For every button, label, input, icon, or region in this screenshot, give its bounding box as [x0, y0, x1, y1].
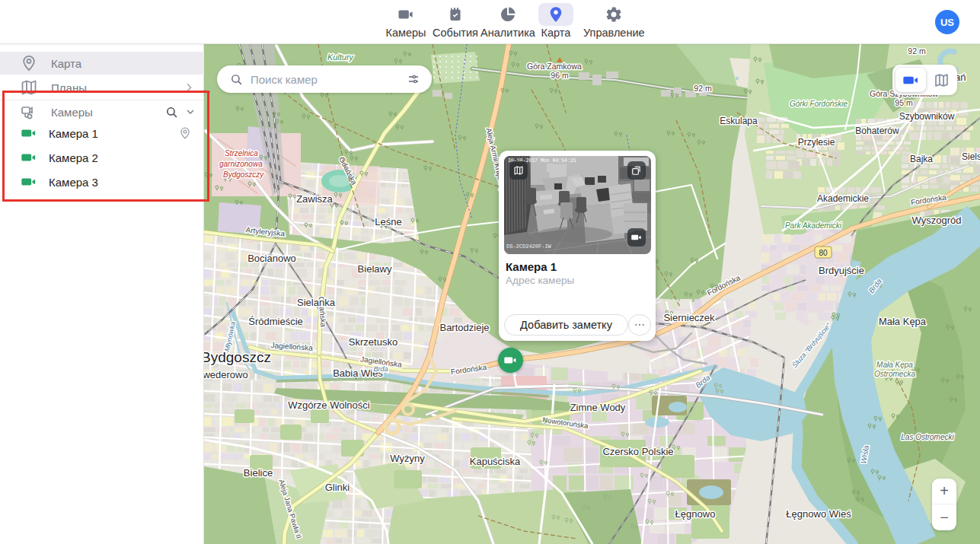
svg-text:Glinki: Glinki: [325, 482, 350, 493]
svg-text:Łęgnowo Wieś: Łęgnowo Wieś: [786, 508, 851, 520]
svg-text:Akademickie: Akademickie: [817, 193, 869, 204]
svg-text:garnizonowa: garnizonowa: [219, 160, 263, 168]
svg-text:Ostromecka: Ostromecka: [874, 370, 915, 378]
svg-text:95 m: 95 m: [895, 98, 913, 107]
svg-text:Mała Kępa: Mała Kępa: [876, 361, 913, 369]
svg-text:Brdyujście: Brdyujście: [819, 265, 864, 276]
svg-text:Sielanka: Sielanka: [297, 297, 336, 308]
svg-text:Bajka: Bajka: [910, 154, 933, 164]
svg-text:Zawisza: Zawisza: [296, 193, 333, 205]
svg-text:80: 80: [819, 249, 828, 257]
svg-text:Łęgnowo: Łęgnowo: [675, 508, 716, 520]
svg-text:Bydgoszczy: Bydgoszczy: [223, 170, 264, 179]
svg-text:Skrzetusko: Skrzetusko: [349, 336, 397, 348]
svg-text:Eskulapa: Eskulapa: [720, 116, 758, 126]
svg-text:Bydgoszcz: Bydgoszcz: [204, 349, 271, 365]
svg-text:Góra Zamkowa: Góra Zamkowa: [527, 62, 582, 71]
svg-text:Bohaterów: Bohaterów: [855, 126, 899, 136]
svg-text:DS-2CD2420F-IW: DS-2CD2420F-IW: [506, 243, 552, 250]
svg-text:92 m: 92 m: [694, 84, 712, 93]
svg-text:Brda: Brda: [373, 365, 388, 373]
svg-text:Siernieczek: Siernieczek: [663, 312, 715, 323]
svg-text:Bielice: Bielice: [244, 467, 273, 479]
svg-text:Śródmieście: Śródmieście: [248, 316, 303, 327]
svg-text:Strzelnica: Strzelnica: [225, 149, 258, 157]
svg-text:Czersko Polskie: Czersko Polskie: [602, 446, 673, 457]
svg-text:Zimne Wody: Zimne Wody: [570, 402, 626, 413]
svg-text:Szybowników: Szybowników: [899, 111, 955, 122]
svg-text:Wyszogród: Wyszogród: [912, 215, 962, 226]
svg-text:96 m: 96 m: [551, 71, 569, 80]
svg-text:Przylesie: Przylesie: [798, 137, 835, 148]
svg-text:wederowo: wederowo: [204, 369, 248, 380]
svg-text:Wzgórze Wolności: Wzgórze Wolności: [288, 399, 370, 411]
svg-text:Kapuściska: Kapuściska: [470, 456, 521, 467]
svg-text:Bielawy: Bielawy: [358, 263, 392, 275]
svg-text:Mała Kępa: Mała Kępa: [879, 316, 927, 327]
svg-text:Leśne: Leśne: [375, 216, 401, 227]
svg-text:Siels: Siels: [962, 151, 980, 162]
svg-text:Bocianowo: Bocianowo: [247, 253, 296, 264]
svg-text:Kultury: Kultury: [327, 52, 355, 62]
svg-text:Górki Fordońskie: Górki Fordońskie: [790, 100, 848, 108]
svg-text:Bartodzieje: Bartodzieje: [439, 322, 489, 333]
svg-text:Park Akademicki: Park Akademicki: [785, 221, 842, 230]
svg-text:Wyżyny: Wyżyny: [390, 453, 425, 464]
svg-text:Las Ostromecki: Las Ostromecki: [901, 433, 954, 441]
svg-text:92 m: 92 m: [908, 46, 926, 56]
